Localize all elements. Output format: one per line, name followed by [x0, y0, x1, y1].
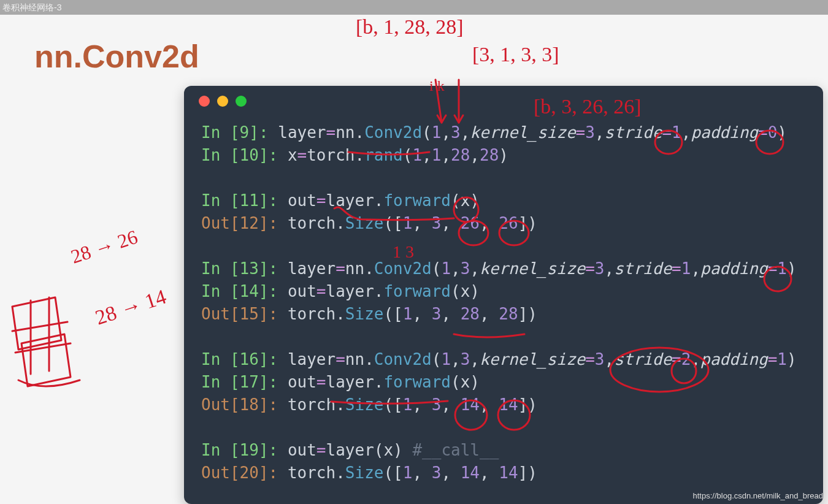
svg-point-2 [454, 197, 478, 222]
svg-point-5 [764, 267, 791, 291]
annotation-28-to-26: 28 → 26 [68, 226, 140, 268]
annotation-tensor-shape-input: [b, 1, 28, 28] [356, 15, 464, 38]
svg-point-4 [499, 221, 529, 245]
svg-point-1 [756, 131, 783, 154]
svg-point-8 [455, 400, 487, 430]
annotation-28-to-14: 28 → 14 [93, 285, 169, 329]
annotation-1-3: 1 3 [393, 242, 414, 261]
annotation-output-shape: [b, 3, 26, 26] [534, 95, 642, 118]
svg-point-3 [459, 221, 488, 245]
svg-point-6 [610, 348, 708, 392]
svg-point-7 [672, 359, 696, 383]
annotation-kernel-shape: [3, 1, 3, 3] [472, 43, 559, 66]
annotation-arrow-label: i k [429, 78, 445, 94]
svg-point-9 [498, 400, 530, 430]
svg-point-0 [655, 131, 682, 154]
watermark: https://blog.csdn.net/milk_and_bread [693, 491, 823, 500]
annotation-layer: [b, 1, 28, 28] [3, 1, 3, 3] [b, 3, 26, 2… [0, 0, 828, 504]
